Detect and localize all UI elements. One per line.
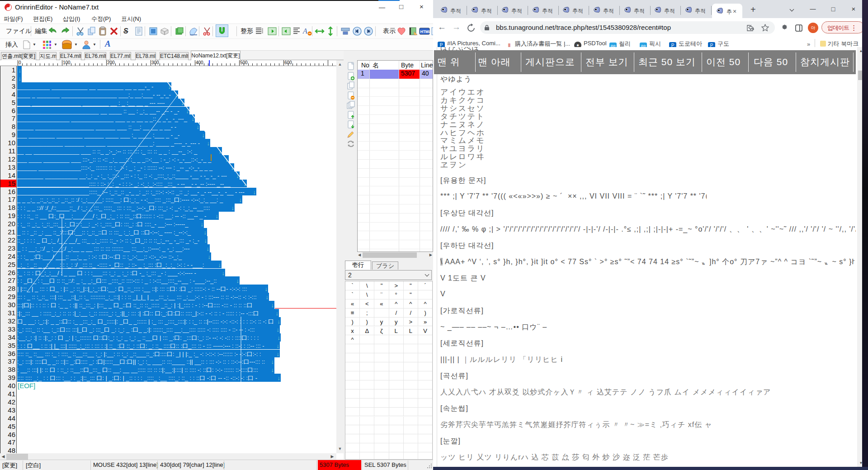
svg-text:HTML: HTML [420, 29, 431, 34]
svg-text:A: A [302, 27, 307, 35]
